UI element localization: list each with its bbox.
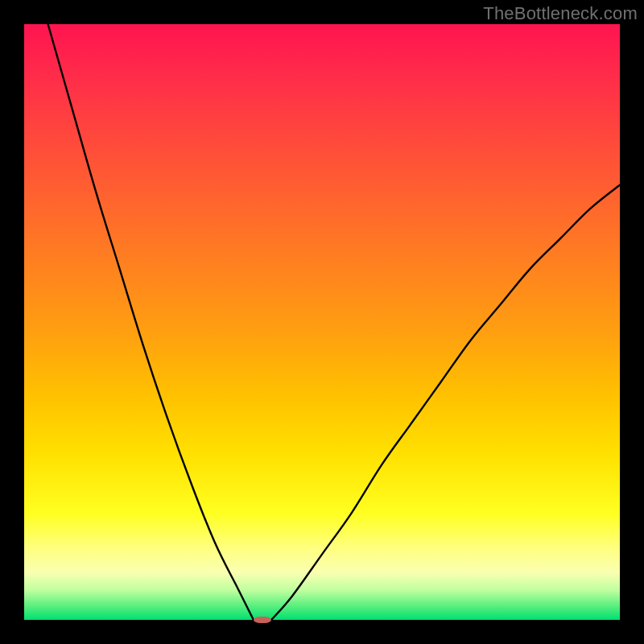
curve-left-branch: [48, 24, 254, 620]
bottleneck-curve: [24, 24, 620, 620]
curve-right-branch: [271, 185, 620, 620]
chart-frame: TheBottleneck.com: [0, 0, 644, 644]
optimum-marker: [254, 617, 271, 624]
plot-area: [24, 24, 620, 620]
watermark-text: TheBottleneck.com: [483, 3, 638, 24]
